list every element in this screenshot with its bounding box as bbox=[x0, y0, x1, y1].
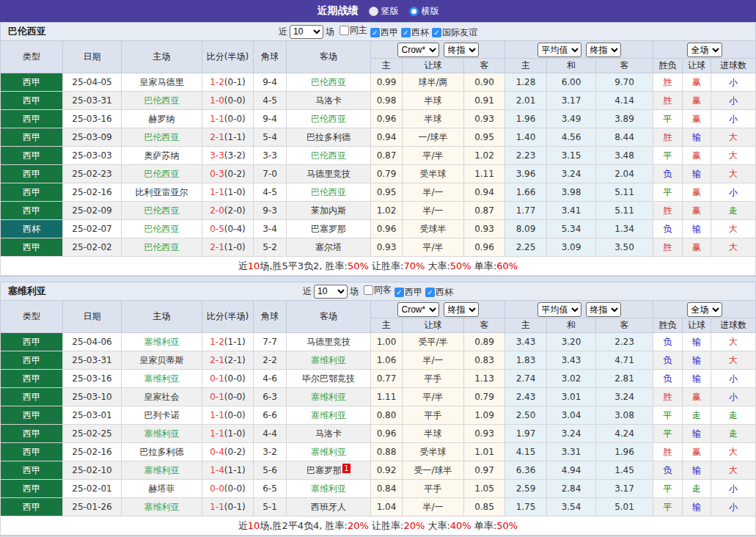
halftime-score: (0-0) bbox=[224, 95, 246, 106]
result-goals-cell: 小 bbox=[711, 498, 756, 516]
team-bar: 巴伦西亚 近 10 场 同主✓西甲✓西杯✓国际友谊 bbox=[0, 22, 756, 40]
filter-checkbox-西甲[interactable]: ✓西甲 bbox=[394, 286, 422, 299]
filter-checkbox-西甲[interactable]: ✓西甲 bbox=[370, 26, 398, 39]
filter-checkbox-西杯[interactable]: ✓西杯 bbox=[401, 26, 429, 39]
filter-checkbox-label: 西杯 bbox=[411, 26, 429, 39]
crow-handicap-cell: 球半/两 bbox=[403, 73, 464, 92]
avg-home-odds-cell: 1.75 bbox=[505, 498, 547, 516]
avg-home-odds-cell: 2.23 bbox=[505, 147, 547, 165]
summary-segment: 60% bbox=[496, 260, 518, 271]
fulltime-score: 0-1 bbox=[210, 373, 224, 384]
crow-handicap-cell: 平手 bbox=[403, 370, 464, 388]
corners-cell: 4-5 bbox=[254, 92, 287, 110]
crow-home-odds-cell: 0.84 bbox=[371, 480, 403, 498]
radio-unselected-icon[interactable] bbox=[369, 7, 378, 16]
fulltime-select[interactable]: 全场 bbox=[687, 302, 722, 317]
sub-header-goals: 进球数 bbox=[711, 318, 756, 333]
average-odds-group: 平均值 终指 bbox=[505, 41, 653, 59]
radio-vertical-layout[interactable]: 竖版 bbox=[369, 5, 399, 18]
corners-cell: 3-2 bbox=[254, 443, 287, 461]
summary-segment: 单率: bbox=[471, 520, 497, 531]
result-wdl-cell: 胜 bbox=[653, 92, 683, 110]
radio-horizontal-layout[interactable]: 横版 bbox=[409, 5, 439, 18]
average-stage-select[interactable]: 终指 bbox=[586, 43, 621, 57]
checkbox-checked-icon[interactable]: ✓ bbox=[394, 288, 404, 297]
filter-checkbox-同主[interactable]: 同主 bbox=[340, 24, 367, 37]
corners-cell: 9-4 bbox=[254, 110, 287, 128]
checkbox-checked-icon[interactable]: ✓ bbox=[432, 28, 441, 37]
avg-home-odds-cell: 1.28 bbox=[505, 73, 547, 92]
crow-handicap-cell: 半球 bbox=[403, 110, 464, 128]
away-team-name: 巴伦西亚 bbox=[311, 77, 346, 87]
odds-stage-select[interactable]: 终指 bbox=[444, 302, 479, 317]
avg-home-odds-cell: 3.43 bbox=[505, 333, 547, 351]
score-cell: 2-1(1-1) bbox=[202, 128, 254, 147]
layout-radio-group: 竖版 横版 bbox=[369, 5, 439, 18]
recent-count-select[interactable]: 10 bbox=[290, 25, 323, 39]
checkbox-checked-icon[interactable]: ✓ bbox=[370, 28, 380, 37]
checkbox-checked-icon[interactable]: ✓ bbox=[401, 28, 411, 37]
average-odds-group: 平均值 终指 bbox=[505, 301, 653, 318]
corners-cell: 3-3 bbox=[254, 147, 287, 165]
crow-home-odds-cell: 0.93 bbox=[371, 238, 403, 257]
crow-away-odds-cell: 0.94 bbox=[464, 183, 505, 202]
result-group: 全场 bbox=[653, 41, 756, 59]
corners-cell: 5-2 bbox=[254, 238, 287, 257]
avg-draw-odds-cell: 3.54 bbox=[547, 498, 596, 516]
away-team-cell: 巴伦西亚 bbox=[287, 147, 371, 165]
result-handicap-cell: 走 bbox=[683, 406, 711, 425]
crow-handicap-cell: 受平/半 bbox=[403, 333, 464, 351]
filter-checkbox-label: 西甲 bbox=[405, 286, 422, 299]
avg-draw-odds-cell: 3.02 bbox=[547, 370, 596, 388]
fulltime-score: 2-1 bbox=[210, 132, 224, 142]
league-cell: 西甲 bbox=[1, 406, 63, 425]
result-wdl-cell: 平 bbox=[653, 406, 683, 425]
fulltime-select[interactable]: 全场 bbox=[687, 43, 722, 57]
summary-segment: 50% bbox=[450, 260, 471, 271]
radio-selected-icon[interactable] bbox=[409, 7, 419, 16]
bookmaker-select[interactable]: Crow* bbox=[397, 43, 439, 57]
filter-checkbox-同客[interactable]: 同客 bbox=[364, 284, 392, 296]
score-cell: 2-1(1-0) bbox=[202, 238, 254, 257]
result-wdl-cell: 平 bbox=[653, 183, 683, 202]
result-wdl-cell: 胜 bbox=[653, 128, 683, 147]
crow-away-odds-cell: 0.90 bbox=[464, 73, 505, 92]
checkbox-unchecked-icon[interactable] bbox=[340, 26, 349, 35]
away-team-cell: 塞维利亚 bbox=[287, 388, 371, 406]
home-team-cell: 巴拉多利德 bbox=[122, 443, 202, 461]
away-team-name: 西班牙人 bbox=[311, 502, 346, 512]
away-team-name: 塞维利亚 bbox=[311, 410, 346, 420]
top-header-bar: 近期战绩 竖版 横版 bbox=[0, 0, 756, 22]
crow-away-odds-cell: 1.01 bbox=[464, 443, 505, 461]
date-cell: 25-02-01 bbox=[63, 480, 122, 498]
summary-segment: 40% bbox=[450, 520, 471, 531]
result-goals-cell: 大 bbox=[711, 165, 756, 183]
halftime-score: (1-1) bbox=[224, 465, 246, 475]
result-goals-cell: 走 bbox=[711, 406, 756, 425]
crow-away-odds-cell: 0.91 bbox=[464, 92, 505, 110]
summary-segment: 50% bbox=[496, 520, 518, 531]
crow-home-odds-cell: 1.06 bbox=[371, 351, 403, 370]
col-header-away: 客场 bbox=[287, 41, 371, 73]
filter-checkbox-西杯[interactable]: ✓西杯 bbox=[425, 286, 453, 299]
odds-stage-select[interactable]: 终指 bbox=[444, 43, 479, 57]
crow-home-odds-cell: 0.99 bbox=[371, 73, 403, 92]
away-team-name: 马洛卡 bbox=[315, 428, 342, 439]
recent-count-select[interactable]: 10 bbox=[314, 285, 348, 299]
score-cell: 1-1(0-0) bbox=[202, 110, 254, 128]
result-goals-cell: 走 bbox=[711, 425, 756, 443]
average-select[interactable]: 平均值 bbox=[537, 302, 581, 317]
average-select[interactable]: 平均值 bbox=[537, 43, 581, 57]
home-team-cell: 巴伦西亚 bbox=[122, 238, 202, 257]
checkbox-unchecked-icon[interactable] bbox=[364, 285, 373, 295]
avg-away-odds-cell: 8.44 bbox=[596, 128, 653, 147]
fulltime-score: 0-5 bbox=[210, 224, 224, 234]
result-handicap-cell: 输 bbox=[683, 165, 711, 183]
avg-draw-odds-cell: 6.00 bbox=[547, 73, 596, 92]
filter-checkbox-国际友谊[interactable]: ✓国际友谊 bbox=[432, 26, 477, 39]
score-cell: 1-2(1-1) bbox=[202, 333, 254, 351]
average-stage-select[interactable]: 终指 bbox=[586, 302, 621, 317]
halftime-score: (0-4) bbox=[224, 224, 246, 234]
checkbox-checked-icon[interactable]: ✓ bbox=[425, 288, 435, 297]
bookmaker-select[interactable]: Crow* bbox=[397, 302, 439, 317]
